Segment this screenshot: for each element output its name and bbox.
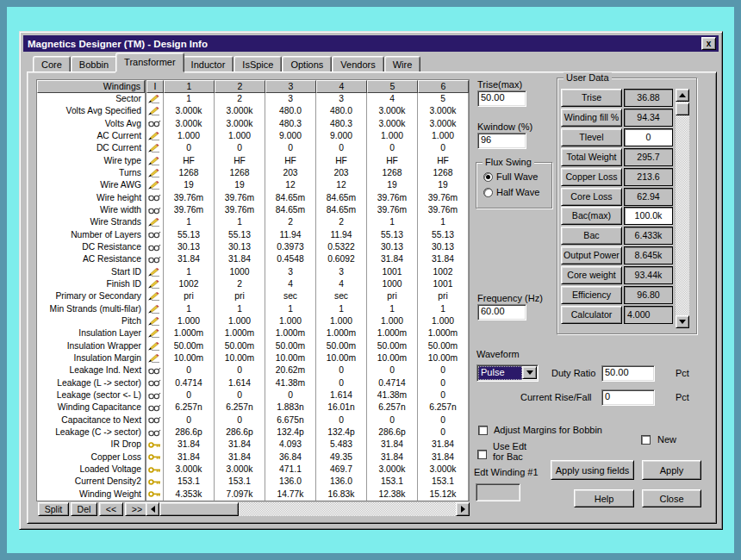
grid-cell[interactable]: 0	[418, 426, 469, 439]
user-data-field-button[interactable]: Tlevel	[561, 128, 622, 146]
grid-cell[interactable]: 31.84	[418, 451, 469, 464]
grid-cell[interactable]: 0.5322	[316, 241, 367, 253]
grid-cell[interactable]: 39.76m	[367, 192, 418, 204]
grid-cell[interactable]: 286.6p	[367, 426, 418, 439]
grid-cell[interactable]: 3.000k	[418, 105, 469, 117]
grid-cell[interactable]: pri	[367, 290, 418, 302]
grid-cell[interactable]: 0	[316, 377, 367, 389]
tab-bobbin[interactable]: Bobbin	[71, 56, 117, 72]
grid-cell[interactable]: 9.000	[316, 130, 367, 142]
grid-cell[interactable]: 6.257n	[164, 401, 215, 414]
frequency-input[interactable]: 60.00	[477, 304, 526, 320]
user-data-field-button[interactable]: Trise	[561, 89, 622, 107]
grid-cell[interactable]: 0	[367, 414, 418, 426]
grid-cell[interactable]: 10.00m	[418, 352, 469, 364]
grid-cell[interactable]: 12.38k	[367, 488, 418, 501]
user-data-field-button[interactable]: Core Loss	[561, 188, 622, 206]
apply-button[interactable]: Apply	[642, 460, 701, 480]
grid-cell[interactable]: 1	[418, 216, 469, 228]
grid-cell[interactable]: 1.614	[215, 377, 265, 389]
grid-cell[interactable]: 1.000	[215, 315, 265, 327]
trise-max-input[interactable]: 50.00	[477, 90, 526, 107]
grid-cell[interactable]: 19	[215, 179, 265, 191]
grid-cell[interactable]: 30.13	[215, 241, 265, 253]
tab-transformer[interactable]: Transformer	[115, 53, 184, 72]
grid-cell[interactable]: 31.84	[164, 451, 215, 464]
grid-cell[interactable]: pri	[164, 290, 215, 302]
grid-cell[interactable]: sec	[316, 290, 367, 302]
grid-cell[interactable]: 1000	[367, 278, 418, 290]
tab-core[interactable]: Core	[33, 56, 71, 72]
grid-cell[interactable]: 1.000	[164, 315, 215, 327]
grid-cell[interactable]: 11.94	[316, 229, 367, 241]
grid-cell[interactable]: 0	[164, 389, 215, 401]
scrollbar-thumb[interactable]	[159, 502, 239, 516]
grid-cell[interactable]: 1.000	[367, 315, 418, 327]
del-button[interactable]: Del	[71, 502, 97, 516]
new-checkbox[interactable]	[641, 435, 651, 445]
grid-cell[interactable]: 84.65m	[316, 204, 367, 216]
grid-cell[interactable]: 12	[316, 179, 367, 191]
grid-header-col-6[interactable]: 6	[418, 80, 469, 93]
grid-cell[interactable]: 1	[265, 303, 316, 315]
grid-cell[interactable]: 153.1	[164, 476, 215, 488]
grid-cell[interactable]: 203	[265, 167, 316, 179]
user-data-field-button[interactable]: Winding fill %	[561, 109, 622, 127]
tab-options[interactable]: Options	[282, 56, 332, 72]
grid-cell[interactable]: 480.0	[265, 105, 316, 117]
grid-cell[interactable]: 31.84	[418, 253, 469, 265]
grid-cell[interactable]: 1268	[367, 167, 418, 179]
grid-cell[interactable]: HF	[215, 155, 265, 167]
close-button[interactable]: Close	[642, 489, 701, 507]
grid-cell[interactable]: 1268	[418, 167, 469, 179]
grid-cell[interactable]: 16.83k	[316, 488, 367, 501]
grid-cell[interactable]: 2	[215, 278, 265, 290]
grid-cell[interactable]: 4	[367, 93, 418, 105]
grid-cell[interactable]: 39.76m	[164, 204, 215, 216]
radio-button[interactable]	[483, 172, 493, 182]
grid-cell[interactable]: 1.000	[215, 130, 265, 142]
grid-cell[interactable]: 11.94	[265, 229, 316, 241]
grid-cell[interactable]: 50.00m	[164, 340, 215, 352]
adjust-margins-checkbox[interactable]	[478, 426, 488, 435]
grid-header-col-3[interactable]: 3	[265, 80, 316, 93]
grid-cell[interactable]: 31.84	[367, 253, 418, 265]
help-button[interactable]: Help	[574, 489, 634, 507]
tab-vendors[interactable]: Vendors	[332, 56, 383, 72]
grid-cell[interactable]: 3.000k	[215, 105, 265, 117]
prev-winding-button[interactable]: <<	[99, 502, 123, 516]
user-data-field-button[interactable]: Output Power	[561, 246, 622, 264]
chevron-down-icon[interactable]	[522, 366, 537, 379]
grid-cell[interactable]: 0	[418, 389, 469, 401]
grid-cell[interactable]: 6.257n	[367, 401, 418, 414]
grid-cell[interactable]: 55.13	[164, 229, 215, 241]
grid-cell[interactable]: 286.6p	[215, 426, 265, 439]
grid-cell[interactable]: 0	[316, 142, 367, 154]
grid-cell[interactable]: 3	[265, 266, 316, 278]
grid-cell[interactable]: HF	[418, 155, 469, 167]
grid-cell[interactable]: 0.6092	[316, 253, 367, 265]
grid-cell[interactable]: 1.000m	[418, 327, 469, 339]
tab-inductor[interactable]: Inductor	[183, 56, 234, 72]
grid-cell[interactable]: 0	[418, 377, 469, 389]
grid-cell[interactable]: 0.4548	[265, 253, 316, 265]
grid-cell[interactable]: 10.00m	[316, 352, 367, 364]
grid-cell[interactable]: 4.093	[265, 439, 316, 451]
radio-button[interactable]	[483, 188, 493, 197]
grid-cell[interactable]: HF	[367, 155, 418, 167]
grid-cell[interactable]: 31.84	[164, 439, 215, 451]
grid-cell[interactable]: 20.62m	[265, 364, 316, 376]
grid-cell[interactable]: 50.00m	[265, 340, 316, 352]
grid-cell[interactable]: 0	[316, 414, 367, 426]
grid-cell[interactable]: 1001	[367, 266, 418, 278]
grid-cell[interactable]: 5.483	[316, 439, 367, 451]
grid-cell[interactable]: 31.84	[215, 451, 265, 464]
grid-cell[interactable]: pri	[418, 290, 469, 302]
grid-cell[interactable]: 1002	[418, 266, 469, 278]
grid-cell[interactable]: 0.4714	[164, 377, 215, 389]
grid-header-col-2[interactable]: 2	[215, 80, 265, 93]
grid-cell[interactable]: 1.000	[367, 130, 418, 142]
grid-cell[interactable]: 480.3	[316, 118, 367, 130]
user-data-value[interactable]: 0	[624, 128, 673, 146]
grid-cell[interactable]: 3	[265, 93, 316, 105]
